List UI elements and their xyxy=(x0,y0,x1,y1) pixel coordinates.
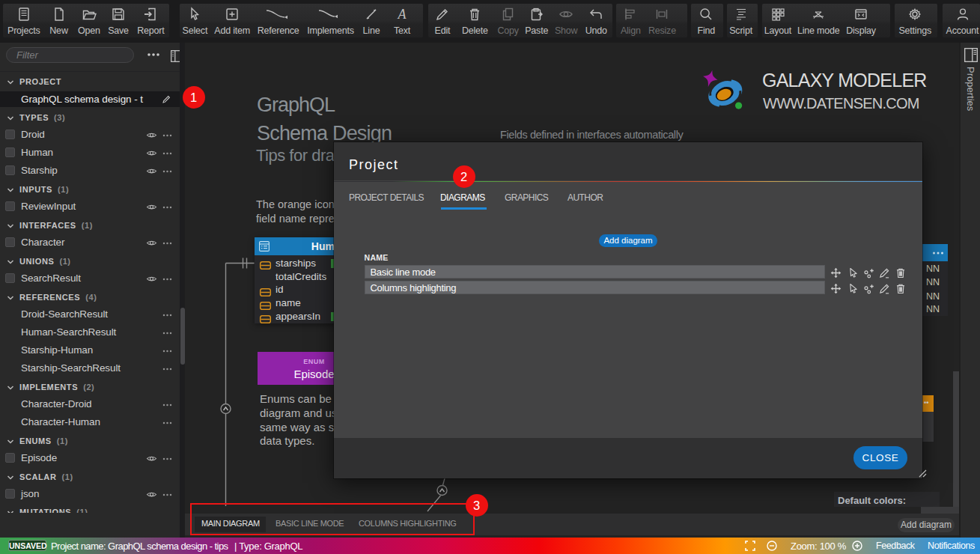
svg-text:A: A xyxy=(398,7,407,22)
